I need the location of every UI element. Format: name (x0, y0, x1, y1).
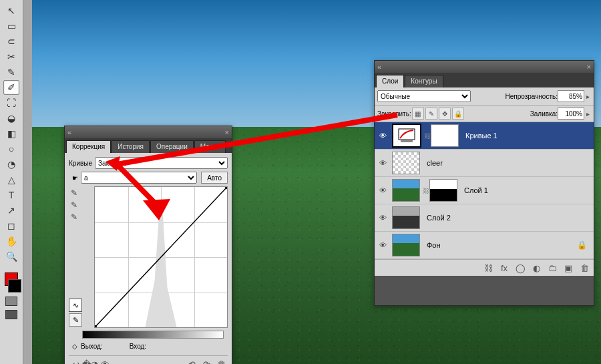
link-icon[interactable]: ⛓ (424, 132, 431, 140)
curve-mode-icon[interactable]: ∿ (69, 299, 82, 312)
opacity-flyout-icon[interactable]: ▸ (584, 93, 591, 100)
visibility-icon[interactable]: 👁 (377, 212, 388, 223)
opacity-input[interactable] (558, 90, 584, 102)
tab-history[interactable]: История (112, 140, 150, 153)
curves-body: Кривые Заказная ☛ a Авто ✎ ✎ ✎ ∿ ✎ (65, 153, 232, 364)
layers-tabs: Слои Контуры (375, 73, 594, 87)
eyedropper-tool[interactable]: ✎ (3, 65, 19, 79)
lasso-tool[interactable]: ⊂ (3, 34, 19, 49)
layer-row[interactable]: 👁 Фон 🔒 (375, 232, 594, 259)
tab-actions[interactable]: Операции (150, 140, 194, 153)
layer-row[interactable]: 👁 ⛓ Кривые 1 (375, 122, 594, 150)
curves-footer: ↩ �◑ 👁 ⟲ ⟳ 🗑 (69, 355, 228, 364)
lock-position-icon[interactable]: ✥ (439, 108, 451, 120)
mask-icon[interactable]: ◯ (515, 262, 526, 273)
layer-thumb[interactable] (392, 206, 420, 229)
reset-icon[interactable]: ⟳ (201, 359, 212, 364)
layer-name[interactable]: Кривые 1 (465, 132, 497, 140)
path-tool[interactable]: ↗ (3, 203, 19, 218)
crop-tool[interactable]: ✂ (3, 49, 19, 64)
zoom-tool[interactable]: 🔍 (3, 249, 19, 264)
return-icon[interactable]: ↩ (70, 359, 81, 364)
quickmask-icon[interactable] (5, 297, 17, 306)
eyedropper-gray-icon[interactable]: ✎ (69, 200, 79, 210)
opacity-label: Непрозрачность: (505, 93, 558, 100)
background-color[interactable] (8, 279, 21, 293)
layer-row[interactable]: 👁 cleer (375, 150, 594, 177)
adjustment-layer-icon[interactable]: ◐ (531, 262, 542, 273)
stamp-tool[interactable]: ⛶ (3, 96, 19, 110)
lock-all-icon[interactable]: 🔒 (452, 108, 464, 120)
dodge-tool[interactable]: ◔ (3, 157, 19, 172)
brush-tool[interactable]: ✐ (3, 80, 19, 95)
layer-row[interactable]: 👁 ⛓ Слой 1 (375, 177, 594, 204)
eyedropper-white-icon[interactable]: ✎ (69, 212, 79, 222)
shape-tool[interactable]: ◻ (3, 218, 19, 233)
view-icon[interactable]: 👁 (99, 359, 110, 364)
fill-input[interactable] (558, 108, 584, 120)
curves-preset-select[interactable]: Заказная (95, 157, 228, 169)
mask-thumb[interactable] (429, 179, 457, 202)
layer-thumb[interactable] (392, 234, 420, 256)
layer-name[interactable]: Фон (427, 241, 441, 249)
trash-icon[interactable]: 🗑 (216, 359, 226, 364)
close-icon[interactable]: × (225, 128, 229, 136)
link-icon[interactable]: ⛓ (423, 187, 429, 194)
hand-tool[interactable]: ✋ (3, 234, 19, 248)
auto-button[interactable]: Авто (201, 172, 228, 184)
pen-tool[interactable]: △ (3, 172, 19, 187)
tab-masks[interactable]: Маски (194, 140, 226, 153)
svg-rect-5 (401, 140, 413, 142)
panel-header[interactable]: « × (65, 126, 232, 138)
lock-icon: 🔒 (577, 240, 587, 250)
layer-name[interactable]: Слой 2 (427, 214, 451, 222)
finger-icon[interactable]: ☛ (69, 174, 81, 182)
lock-transparency-icon[interactable]: ▦ (412, 108, 424, 120)
marquee-tool[interactable]: ▭ (3, 19, 19, 33)
fill-flyout-icon[interactable]: ▸ (584, 110, 591, 118)
adjustment-icon[interactable]: �◑ (85, 359, 95, 364)
layer-thumb[interactable] (392, 179, 420, 202)
layer-name[interactable]: Слой 1 (464, 186, 488, 194)
input-gradient (82, 331, 224, 339)
new-layer-icon[interactable]: ▣ (563, 262, 574, 273)
blur-tool[interactable]: ○ (3, 142, 19, 156)
curve-line (95, 187, 227, 327)
screenmode-icon[interactable] (5, 310, 17, 319)
visibility-icon[interactable]: 👁 (377, 130, 388, 141)
curves-channel-select[interactable]: a (81, 172, 197, 184)
layers-panel-header[interactable]: « × (375, 61, 594, 73)
delete-icon[interactable]: 🗑 (579, 262, 590, 273)
tab-adjustments[interactable]: Коррекция (66, 140, 111, 153)
pencil-mode-icon[interactable]: ✎ (69, 313, 82, 327)
tab-paths[interactable]: Контуры (405, 75, 443, 87)
lock-pixels-icon[interactable]: ✎ (425, 108, 437, 120)
adjustment-thumb[interactable] (392, 124, 421, 148)
visibility-icon[interactable]: 👁 (377, 158, 388, 168)
collapse-icon[interactable]: « (377, 63, 381, 71)
move-tool[interactable]: ↖ (3, 3, 19, 18)
gradient-tool[interactable]: ◧ (3, 126, 19, 141)
svg-rect-3 (225, 187, 227, 189)
prev-icon[interactable]: ⟲ (186, 359, 197, 364)
eyedropper-black-icon[interactable]: ✎ (69, 188, 79, 198)
svg-line-1 (95, 187, 227, 327)
layer-row[interactable]: 👁 Слой 2 (375, 204, 594, 232)
panel-tabs: Коррекция История Операции Маски (65, 138, 232, 153)
link-layers-icon[interactable]: ⛓ (483, 262, 493, 273)
mask-thumb[interactable] (431, 124, 459, 147)
fx-icon[interactable]: fx (499, 262, 510, 273)
layer-thumb[interactable] (392, 152, 420, 174)
curves-graph[interactable] (94, 186, 228, 328)
blend-mode-select[interactable]: Обычные (377, 90, 471, 102)
eraser-tool[interactable]: ◒ (3, 111, 19, 126)
close-icon[interactable]: × (587, 63, 591, 71)
tab-layers[interactable]: Слои (376, 75, 404, 87)
layer-name[interactable]: cleer (427, 159, 443, 167)
visibility-icon[interactable]: 👁 (377, 185, 388, 196)
collapse-icon[interactable]: « (67, 128, 71, 136)
type-tool[interactable]: T (3, 188, 19, 202)
layers-footer: ⛓ fx ◯ ◐ 🗀 ▣ 🗑 (375, 259, 594, 276)
group-icon[interactable]: 🗀 (547, 262, 558, 273)
visibility-icon[interactable]: 👁 (377, 240, 388, 250)
